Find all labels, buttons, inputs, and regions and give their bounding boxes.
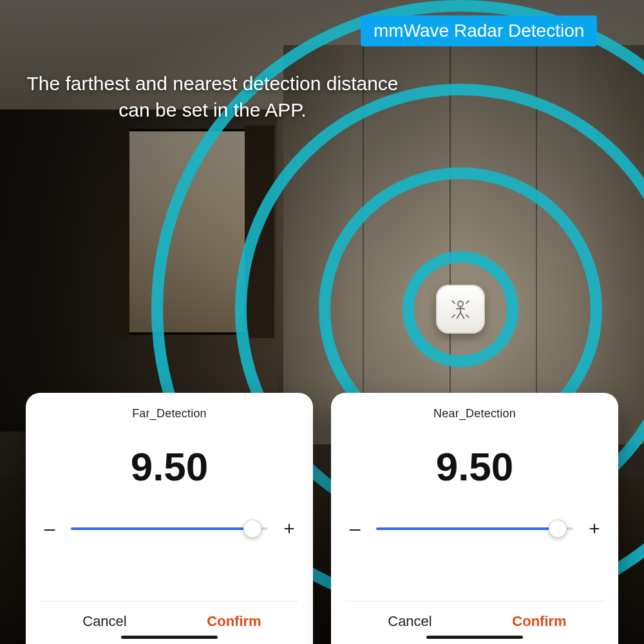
minus-button[interactable]: – [40,518,59,540]
plus-button[interactable]: + [279,518,299,540]
home-indicator [121,636,218,639]
plus-button[interactable]: + [585,518,604,540]
minus-button[interactable]: – [345,518,365,540]
confirm-button[interactable]: Confirm [169,601,299,636]
slider-track[interactable] [376,527,573,530]
slider-thumb[interactable] [243,520,261,538]
slider-fill [376,527,558,530]
detection-value: 9.50 [345,444,604,489]
home-indicator [426,636,523,639]
near-detection-card: Near_Detection 9.50 – + Cancel Confirm [331,393,618,644]
slider-row: – + [345,518,604,540]
person-radar-icon [448,296,473,322]
slider-fill [71,527,252,530]
confirm-button[interactable]: Confirm [475,601,604,636]
cancel-button[interactable]: Cancel [40,601,169,636]
app-cards-row: Far_Detection 9.50 – + Cancel Confirm Ne… [26,393,618,644]
card-actions: Cancel Confirm [345,601,604,636]
card-actions: Cancel Confirm [40,601,299,636]
svg-point-0 [458,301,463,307]
cancel-button[interactable]: Cancel [345,601,475,636]
slider-thumb[interactable] [549,520,567,538]
far-detection-card: Far_Detection 9.50 – + Cancel Confirm [26,393,313,644]
feature-badge: mmWave Radar Detection [361,15,597,46]
mmwave-sensor-device [436,285,485,334]
headline-text: The farthest and nearest detection dista… [26,71,399,123]
detection-value: 9.50 [40,444,299,489]
slider-track[interactable] [71,527,268,530]
card-title: Far_Detection [40,407,299,421]
slider-row: – + [40,518,299,540]
card-title: Near_Detection [345,407,604,421]
